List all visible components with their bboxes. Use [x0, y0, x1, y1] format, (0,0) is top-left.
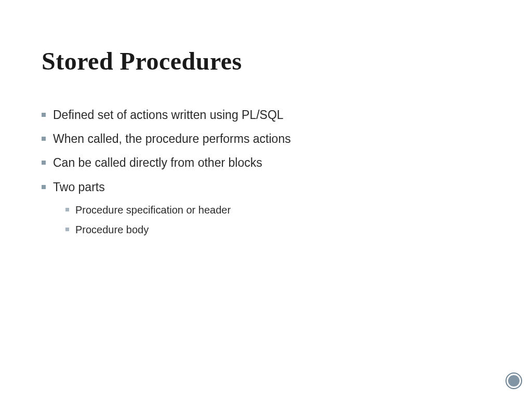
slide-title: Stored Procedures [42, 47, 490, 75]
slide-container: Stored Procedures Defined set of actions… [0, 0, 532, 399]
bullet-item: Defined set of actions written using PL/… [42, 107, 490, 123]
square-bullet-icon [65, 228, 69, 231]
bullet-item: Can be called directly from other blocks [42, 154, 490, 171]
square-bullet-icon [42, 137, 46, 141]
bullet-item: When called, the procedure performs acti… [42, 130, 490, 147]
svg-point-1 [508, 375, 520, 387]
bullet-text: When called, the procedure performs acti… [53, 130, 291, 147]
sub-bullet-text: Procedure specification or header [75, 203, 231, 217]
square-bullet-icon [65, 208, 69, 211]
sub-bullet-item: Procedure body [65, 222, 490, 237]
slide-decoration-icon [505, 372, 523, 390]
bullet-text: Can be called directly from other blocks [53, 154, 262, 171]
square-bullet-icon [42, 185, 46, 189]
square-bullet-icon [42, 113, 46, 117]
bullet-item: Two parts [42, 179, 490, 195]
sub-bullet-text: Procedure body [75, 222, 149, 237]
square-bullet-icon [42, 161, 46, 165]
bullet-text: Two parts [53, 179, 105, 195]
sub-bullet-list: Procedure specification or header Proced… [65, 203, 490, 237]
main-bullet-list: Defined set of actions written using PL/… [42, 107, 490, 195]
sub-bullet-item: Procedure specification or header [65, 203, 490, 217]
bullet-text: Defined set of actions written using PL/… [53, 107, 284, 123]
